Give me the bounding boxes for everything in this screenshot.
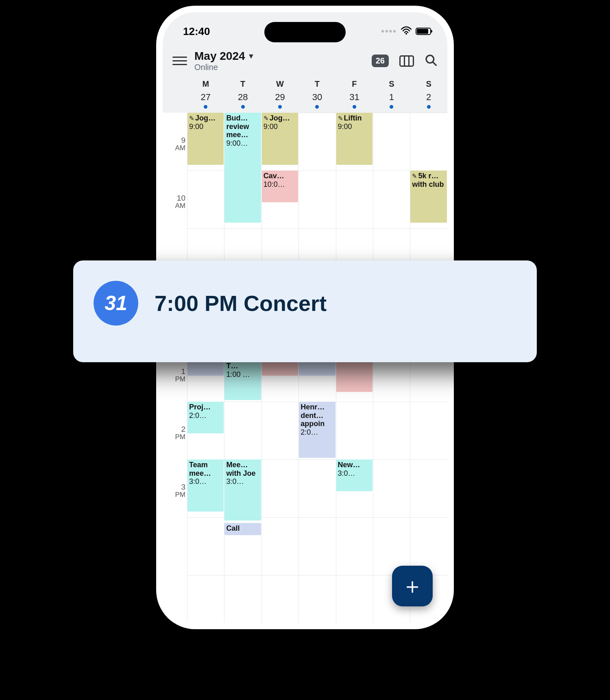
- hour-label: 2PM: [163, 425, 185, 441]
- event-notification[interactable]: 31 7:00 PM Concert: [73, 260, 537, 362]
- dynamic-island: [264, 22, 346, 42]
- dow-header: S: [373, 79, 410, 89]
- chevron-down-icon: ▼: [248, 52, 255, 61]
- week-dates: 272829303112: [163, 90, 447, 110]
- calendar-event[interactable]: Call: [224, 523, 261, 535]
- view-columns-icon[interactable]: [399, 55, 414, 67]
- status-time: 12:40: [183, 25, 210, 38]
- date-header[interactable]: 31: [336, 92, 373, 109]
- calendar-event[interactable]: Henr… dent… appoin2:0…: [299, 402, 335, 458]
- dow-header: S: [410, 79, 447, 89]
- calendar-event[interactable]: New…3:0…: [336, 459, 373, 491]
- dow-header: T: [298, 79, 336, 89]
- dow-header: M: [187, 79, 224, 89]
- date-header[interactable]: 28: [224, 92, 261, 109]
- hour-label: 1PM: [163, 368, 185, 383]
- calendar-event[interactable]: Mee… with Joe3:0…: [224, 459, 261, 521]
- status-right: ••••: [381, 26, 431, 37]
- pencil-icon: ✎: [338, 115, 343, 122]
- more-dots-icon: ••••: [381, 26, 397, 37]
- date-header[interactable]: 2: [410, 92, 447, 109]
- pencil-icon: ✎: [189, 115, 194, 122]
- date-header[interactable]: 30: [298, 92, 336, 109]
- notification-text: 7:00 PM Concert: [155, 291, 327, 316]
- calendar-event[interactable]: ✎Jog…9:00: [187, 113, 224, 165]
- title-block[interactable]: May 2024 ▼ Online: [194, 50, 364, 72]
- app-header: May 2024 ▼ Online 26: [163, 42, 447, 76]
- calendar-event[interactable]: ✎5k r… with club: [410, 171, 447, 223]
- pencil-icon: ✎: [264, 115, 269, 122]
- calendar-body[interactable]: 9AM10AM12PM1PM2PM3PM ✎Jog…9:00Bud… revie…: [163, 113, 447, 623]
- hour-label: 9AM: [163, 136, 185, 152]
- dow-header: T: [224, 79, 261, 89]
- calendar-event[interactable]: Proj…2:0…: [187, 402, 224, 433]
- date-header[interactable]: 29: [261, 92, 298, 109]
- calendar-event[interactable]: ✎Liftin9:00: [336, 113, 373, 165]
- svg-line-2: [433, 62, 436, 66]
- pencil-icon: ✎: [412, 173, 417, 179]
- menu-icon[interactable]: [172, 57, 187, 65]
- date-header[interactable]: 1: [373, 92, 410, 109]
- dow-header: F: [336, 79, 373, 89]
- today-button[interactable]: 26: [372, 55, 389, 67]
- svg-point-1: [426, 55, 434, 63]
- date-header[interactable]: 27: [187, 92, 224, 109]
- hour-label: 3PM: [163, 483, 185, 499]
- calendar-event[interactable]: Team mee…3:0…: [187, 459, 224, 512]
- plus-icon: ＋: [401, 571, 423, 601]
- status-label: Online: [194, 63, 364, 72]
- svg-point-0: [405, 33, 407, 35]
- search-icon[interactable]: [425, 54, 438, 68]
- dow-header: W: [261, 79, 298, 89]
- add-event-fab[interactable]: ＋: [392, 566, 433, 606]
- calendar-event[interactable]: Bud… review mee…9:00…: [224, 113, 261, 223]
- header-actions: 26: [372, 54, 438, 68]
- battery-icon: [416, 28, 431, 35]
- month-label: May 2024: [194, 50, 245, 63]
- calendar-event[interactable]: Cav…10:0…: [262, 171, 298, 202]
- hour-label: 10AM: [163, 194, 185, 210]
- wifi-icon: [401, 26, 412, 37]
- calendar-event[interactable]: ✎Jog…9:00: [262, 113, 298, 165]
- week-header: MTWTFSS: [163, 76, 447, 90]
- calendar-app-icon: 31: [94, 281, 138, 326]
